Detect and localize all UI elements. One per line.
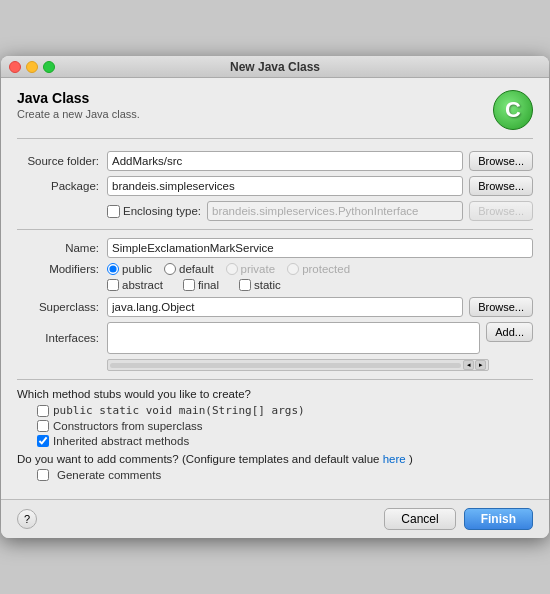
stub-item-3: Inherited abstract methods [37, 435, 533, 447]
enclosing-type-browse-button[interactable]: Browse... [469, 201, 533, 221]
modifier-checkboxes: abstract final static [107, 279, 533, 291]
superclass-input[interactable] [107, 297, 463, 317]
package-label: Package: [17, 180, 107, 192]
traffic-lights [9, 61, 55, 73]
modifier-protected-label: protected [302, 263, 350, 275]
comments-section: Do you want to add comments? (Configure … [17, 453, 533, 481]
modifier-default-radio[interactable] [164, 263, 176, 275]
divider-2 [17, 379, 533, 380]
package-row: Package: Browse... [17, 176, 533, 196]
footer-buttons: Cancel Finish [384, 508, 533, 530]
stubs-title: Which method stubs would you like to cre… [17, 388, 533, 400]
dialog-content: Java Class Create a new Java class. C So… [1, 78, 549, 491]
dialog-footer: ? Cancel Finish [1, 499, 549, 538]
superclass-browse-button[interactable]: Browse... [469, 297, 533, 317]
dialog-header: Java Class Create a new Java class. C [17, 90, 533, 139]
source-folder-label: Source folder: [17, 155, 107, 167]
modifier-public-label: public [122, 263, 152, 275]
dialog-window: New Java Class Java Class Create a new J… [1, 56, 549, 538]
stub-item-2: Constructors from superclass [37, 420, 533, 432]
header-subtitle: Create a new Java class. [17, 108, 140, 120]
enclosing-type-checkbox[interactable] [107, 205, 120, 218]
finish-button[interactable]: Finish [464, 508, 533, 530]
enclosing-type-input [207, 201, 463, 221]
source-folder-input[interactable] [107, 151, 463, 171]
stubs-section: Which method stubs would you like to cre… [17, 388, 533, 447]
interfaces-add-button[interactable]: Add... [486, 322, 533, 342]
source-folder-row: Source folder: Browse... [17, 151, 533, 171]
comments-title: Do you want to add comments? (Configure … [17, 453, 533, 465]
modifier-static-checkbox[interactable] [239, 279, 251, 291]
scroll-left-arrow[interactable]: ◂ [463, 360, 474, 370]
stub-constructors-checkbox[interactable] [37, 420, 49, 432]
enclosing-type-row: Enclosing type: Browse... [17, 201, 533, 221]
eclipse-icon: C [493, 90, 533, 130]
modifier-protected-radio[interactable] [287, 263, 299, 275]
comments-item: Generate comments [37, 469, 533, 481]
scroll-right-arrow[interactable]: ▸ [475, 360, 486, 370]
header-text: Java Class Create a new Java class. [17, 90, 140, 120]
package-browse-button[interactable]: Browse... [469, 176, 533, 196]
name-row: Name: [17, 238, 533, 258]
modifiers-radio-group: public default private protected [107, 263, 350, 275]
help-button[interactable]: ? [17, 509, 37, 529]
modifier-default: default [164, 263, 214, 275]
name-label: Name: [17, 242, 107, 254]
stub-constructors-label: Constructors from superclass [53, 420, 203, 432]
modifier-final-label: final [198, 279, 219, 291]
modifier-abstract-label: abstract [122, 279, 163, 291]
superclass-row: Superclass: Browse... [17, 297, 533, 317]
form-section: Source folder: Browse... Package: Browse… [17, 151, 533, 221]
interfaces-input[interactable] [107, 322, 480, 354]
enclosing-type-label: Enclosing type: [120, 205, 201, 217]
modifier-final-checkbox[interactable] [183, 279, 195, 291]
interfaces-label: Interfaces: [17, 332, 107, 344]
modifier-private-label: private [241, 263, 276, 275]
stub-inherited-label: Inherited abstract methods [53, 435, 189, 447]
modifier-static: static [239, 279, 281, 291]
generate-comments-label: Generate comments [57, 469, 161, 481]
modifier-default-label: default [179, 263, 214, 275]
modifiers-row: Modifiers: public default private protec… [17, 263, 533, 275]
source-folder-browse-button[interactable]: Browse... [469, 151, 533, 171]
package-input[interactable] [107, 176, 463, 196]
header-title: Java Class [17, 90, 140, 106]
name-input[interactable] [107, 238, 533, 258]
interfaces-scrollbar-area: ◂ ▸ [107, 359, 489, 371]
cancel-button[interactable]: Cancel [384, 508, 455, 530]
modifier-private-radio[interactable] [226, 263, 238, 275]
modifier-private: private [226, 263, 276, 275]
titlebar: New Java Class [1, 56, 549, 78]
comments-configure-link[interactable]: here [383, 453, 406, 465]
modifier-public: public [107, 263, 152, 275]
superclass-label: Superclass: [17, 301, 107, 313]
modifier-public-radio[interactable] [107, 263, 119, 275]
stub-main-checkbox[interactable] [37, 405, 49, 417]
modifier-static-label: static [254, 279, 281, 291]
minimize-button[interactable] [26, 61, 38, 73]
modifier-abstract-checkbox[interactable] [107, 279, 119, 291]
window-title: New Java Class [230, 60, 320, 74]
modifiers-label: Modifiers: [17, 263, 107, 275]
close-button[interactable] [9, 61, 21, 73]
stub-main-label: public static void main(String[] args) [53, 404, 305, 417]
stub-item-1: public static void main(String[] args) [37, 404, 533, 417]
maximize-button[interactable] [43, 61, 55, 73]
modifier-protected: protected [287, 263, 350, 275]
stub-inherited-checkbox[interactable] [37, 435, 49, 447]
generate-comments-checkbox[interactable] [37, 469, 49, 481]
interfaces-row: Interfaces: Add... [17, 322, 533, 354]
modifier-final: final [183, 279, 219, 291]
divider-1 [17, 229, 533, 230]
modifier-abstract: abstract [107, 279, 163, 291]
